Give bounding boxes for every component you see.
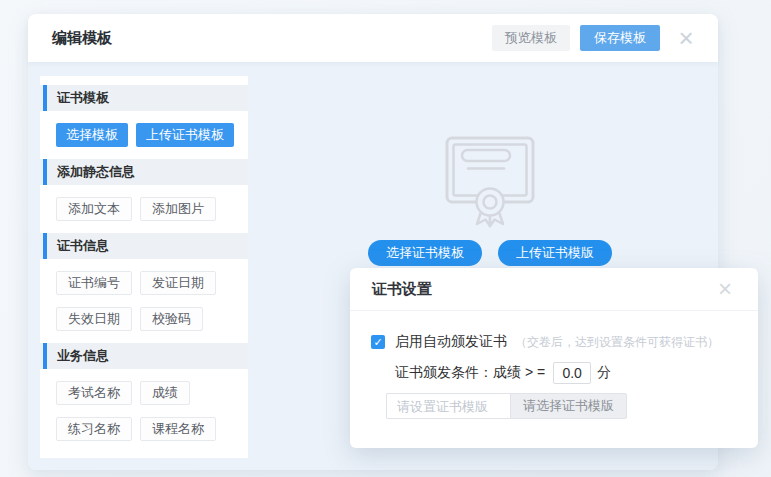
- business-info-buttons-row1: 考试名称 成绩: [40, 381, 248, 405]
- exam-name-button[interactable]: 考试名称: [56, 381, 132, 405]
- auto-issue-row: ✓ 启用自动颁发证书 （交卷后，达到设置条件可获得证书）: [371, 332, 736, 352]
- practice-name-button[interactable]: 练习名称: [56, 417, 132, 441]
- certificate-settings-panel: 证书设置 × ✓ 启用自动颁发证书 （交卷后，达到设置条件可获得证书） 证书颁发…: [350, 268, 758, 448]
- condition-unit: 分: [597, 364, 611, 382]
- header-actions: 预览模板 保存模板 ×: [492, 25, 698, 51]
- section-title: 添加静态信息: [57, 163, 135, 181]
- cert-template-input[interactable]: [386, 393, 510, 419]
- add-text-button[interactable]: 添加文本: [56, 197, 132, 221]
- section-title: 证书模板: [57, 89, 109, 107]
- upload-cert-template-button[interactable]: 上传证书模板: [136, 123, 234, 147]
- select-template-button[interactable]: 选择模板: [56, 123, 128, 147]
- auto-issue-hint: （交卷后，达到设置条件可获得证书）: [515, 334, 719, 351]
- window-header: 编辑模板 预览模板 保存模板 ×: [28, 14, 718, 62]
- score-button[interactable]: 成绩: [140, 381, 190, 405]
- preview-template-button[interactable]: 预览模板: [492, 25, 570, 51]
- verify-code-button[interactable]: 校验码: [140, 307, 203, 331]
- cert-template-buttons: 选择模板 上传证书模板: [40, 123, 248, 147]
- sidebar-section-cert-info: 证书信息: [40, 233, 248, 259]
- expiry-date-button[interactable]: 失效日期: [56, 307, 132, 331]
- settings-panel-body: ✓ 启用自动颁发证书 （交卷后，达到设置条件可获得证书） 证书颁发条件：成绩 >…: [350, 311, 758, 419]
- upload-cert-template-pill-button[interactable]: 上传证书模版: [498, 240, 612, 266]
- score-threshold-input[interactable]: [553, 362, 591, 384]
- issue-condition-row: 证书颁发条件：成绩 > = 分: [371, 362, 736, 384]
- sidebar-section-cert-template: 证书模板: [40, 85, 248, 111]
- section-title: 业务信息: [57, 347, 109, 365]
- cert-info-buttons-row1: 证书编号 发证日期: [40, 271, 248, 295]
- choose-cert-template-button[interactable]: 请选择证书模版: [510, 393, 627, 419]
- certificate-placeholder-icon: [445, 136, 535, 228]
- canvas-buttons: 选择证书模板 上传证书模版: [368, 240, 612, 266]
- course-name-button[interactable]: 课程名称: [140, 417, 216, 441]
- auto-issue-checkbox[interactable]: ✓: [371, 335, 385, 349]
- settings-panel-title: 证书设置: [372, 280, 432, 299]
- static-info-buttons: 添加文本 添加图片: [40, 197, 248, 221]
- business-info-buttons-row2: 练习名称 课程名称: [40, 417, 248, 441]
- page-title: 编辑模板: [48, 29, 112, 48]
- condition-label: 证书颁发条件：成绩 > =: [395, 364, 545, 382]
- auto-issue-label: 启用自动颁发证书: [395, 333, 507, 351]
- settings-close-icon[interactable]: ×: [714, 278, 736, 300]
- close-icon[interactable]: ×: [674, 26, 698, 50]
- toolbox-sidebar: 证书模板 选择模板 上传证书模板 添加静态信息 添加文本 添加图片 证书信息 证…: [40, 76, 248, 458]
- template-picker-row: 请选择证书模版: [386, 393, 736, 419]
- sidebar-section-business-info: 业务信息: [40, 343, 248, 369]
- cert-number-button[interactable]: 证书编号: [56, 271, 132, 295]
- settings-panel-header: 证书设置 ×: [350, 268, 758, 311]
- sidebar-section-static-info: 添加静态信息: [40, 159, 248, 185]
- checkmark-icon: ✓: [373, 337, 382, 348]
- select-cert-template-pill-button[interactable]: 选择证书模板: [368, 240, 482, 266]
- issue-date-button[interactable]: 发证日期: [140, 271, 216, 295]
- section-title: 证书信息: [57, 237, 109, 255]
- add-image-button[interactable]: 添加图片: [140, 197, 216, 221]
- save-template-button[interactable]: 保存模板: [580, 25, 660, 51]
- cert-info-buttons-row2: 失效日期 校验码: [40, 307, 248, 331]
- template-canvas: 选择证书模板 上传证书模版: [325, 136, 655, 266]
